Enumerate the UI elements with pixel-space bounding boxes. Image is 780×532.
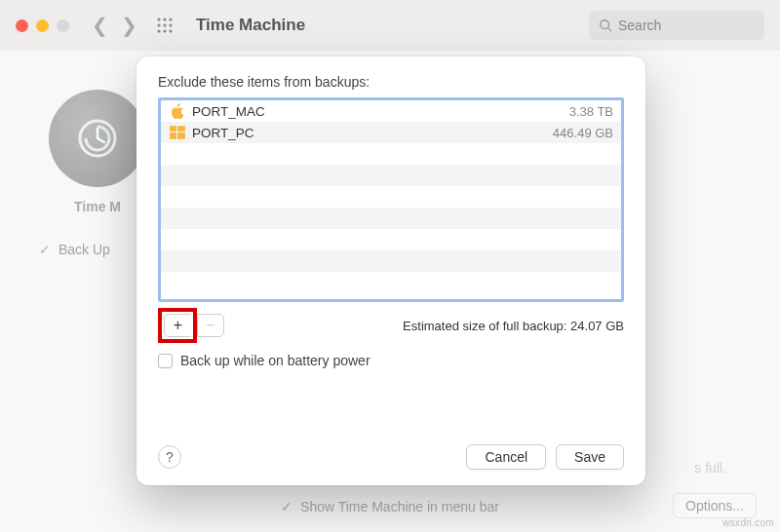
window-toolbar: ❮ ❯ Time Machine Search bbox=[0, 0, 780, 51]
exclude-header: Exclude these items from backups: bbox=[158, 74, 624, 90]
apple-drive-icon bbox=[169, 102, 186, 120]
watermark: wsxdn.com bbox=[722, 517, 774, 528]
svg-point-3 bbox=[157, 23, 160, 26]
backup-automatically-label: Back Up bbox=[58, 242, 110, 257]
add-button-highlight: + bbox=[158, 308, 197, 343]
svg-point-5 bbox=[169, 23, 172, 26]
list-item-name: PORT_PC bbox=[192, 126, 553, 140]
add-exclusion-button[interactable]: + bbox=[164, 314, 191, 337]
show-in-menubar-checkbox[interactable]: ✓ Show Time Machine in menu bar bbox=[0, 499, 780, 514]
options-button[interactable]: Options... bbox=[673, 493, 757, 518]
zoom-window-button[interactable] bbox=[57, 19, 69, 32]
forward-button[interactable]: ❯ bbox=[118, 12, 139, 39]
cancel-button[interactable]: Cancel bbox=[466, 444, 546, 470]
exclude-list[interactable]: PORT_MAC 3.38 TB PORT_PC 446.49 GB bbox=[158, 97, 624, 302]
search-input[interactable]: Search bbox=[589, 11, 764, 40]
list-item-name: PORT_MAC bbox=[192, 104, 569, 119]
estimated-size-label: Estimated size of full backup: 24.07 GB bbox=[403, 319, 624, 333]
svg-point-8 bbox=[169, 29, 172, 32]
svg-point-2 bbox=[169, 18, 172, 20]
close-window-button[interactable] bbox=[16, 19, 28, 32]
check-icon: ✓ bbox=[281, 499, 292, 514]
window-title: Time Machine bbox=[196, 16, 305, 35]
back-button[interactable]: ❮ bbox=[89, 12, 110, 39]
svg-rect-12 bbox=[170, 126, 176, 132]
check-icon: ✓ bbox=[39, 242, 51, 257]
battery-backup-label: Back up while on battery power bbox=[180, 353, 370, 368]
traffic-lights bbox=[16, 19, 69, 32]
svg-line-10 bbox=[608, 28, 612, 32]
battery-backup-checkbox[interactable]: Back up while on battery power bbox=[158, 353, 624, 368]
minimize-window-button[interactable] bbox=[36, 19, 49, 32]
time-machine-icon bbox=[49, 90, 146, 187]
search-placeholder: Search bbox=[618, 18, 661, 33]
list-item-size: 446.49 GB bbox=[553, 126, 613, 140]
checkbox-icon bbox=[158, 354, 173, 368]
show-in-menubar-label: Show Time Machine in menu bar bbox=[300, 499, 499, 514]
all-preferences-grid-icon[interactable] bbox=[151, 12, 178, 39]
svg-point-7 bbox=[163, 29, 166, 32]
svg-rect-13 bbox=[177, 126, 185, 132]
remove-exclusion-button[interactable]: − bbox=[197, 314, 224, 337]
list-item-size: 3.38 TB bbox=[569, 104, 613, 119]
svg-point-4 bbox=[163, 23, 166, 26]
svg-point-9 bbox=[601, 20, 609, 29]
disk-full-text-fragment: s full. bbox=[694, 460, 726, 475]
options-sheet: Exclude these items from backups: PORT_M… bbox=[136, 57, 645, 485]
help-button[interactable]: ? bbox=[158, 445, 181, 469]
list-item[interactable]: PORT_PC 446.49 GB bbox=[161, 122, 621, 143]
svg-point-1 bbox=[163, 18, 166, 20]
search-icon bbox=[599, 19, 612, 32]
svg-rect-15 bbox=[177, 133, 185, 139]
svg-rect-14 bbox=[170, 133, 176, 139]
svg-point-6 bbox=[157, 29, 160, 32]
list-item[interactable]: PORT_MAC 3.38 TB bbox=[161, 100, 621, 122]
svg-point-0 bbox=[157, 18, 160, 20]
windows-drive-icon bbox=[169, 124, 186, 141]
save-button[interactable]: Save bbox=[556, 444, 624, 470]
